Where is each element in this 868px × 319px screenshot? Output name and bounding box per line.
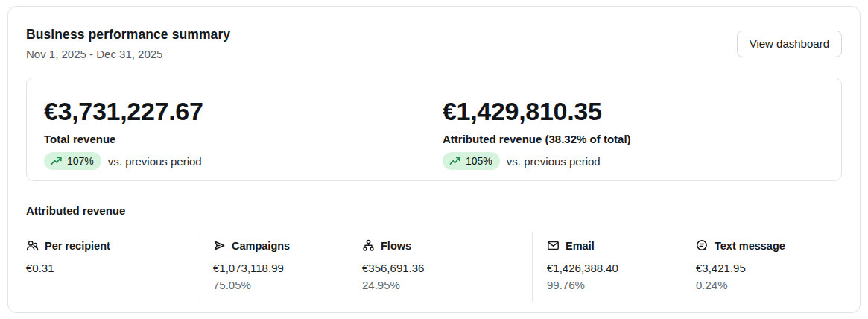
column-percent: 24.95%: [362, 279, 532, 291]
flows-column: Flows €356,691.36 24.95%: [362, 232, 532, 302]
column-label: Campaigns: [232, 240, 290, 252]
per-recipient-column: Per recipient €0.31: [26, 232, 197, 302]
total-revenue-label: Total revenue: [44, 133, 443, 145]
trend-up-icon: [449, 156, 461, 166]
chat-bubble-icon: [696, 239, 709, 252]
business-performance-card: Business performance summary Nov 1, 2025…: [7, 6, 861, 313]
column-value: €3,421.95: [696, 262, 842, 274]
trend-badge: 105%: [443, 152, 500, 170]
attributed-revenue-table: Per recipient €0.31 Campaigns €1,073,118…: [26, 232, 842, 302]
attributed-revenue-heading: Attributed revenue: [26, 204, 842, 217]
email-column: Email €1,426,388.40 99.76%: [532, 232, 696, 302]
campaigns-column: Campaigns €1,073,118.99 75.05%: [197, 232, 362, 302]
column-value: €1,073,118.99: [213, 262, 362, 274]
trend-percent: 107%: [67, 155, 94, 167]
column-label: Email: [566, 240, 595, 252]
attributed-revenue-metric: €1,429,810.35 Attributed revenue (38.32%…: [443, 97, 841, 180]
card-header: Business performance summary Nov 1, 2025…: [26, 27, 842, 60]
total-revenue-comparison: 107% vs. previous period: [44, 152, 443, 170]
view-dashboard-button[interactable]: View dashboard: [737, 31, 842, 57]
column-value: €356,691.36: [362, 262, 532, 274]
date-range: Nov 1, 2025 - Dec 31, 2025: [26, 48, 230, 60]
attributed-revenue-comparison: 105% vs. previous period: [443, 152, 841, 170]
comparison-text: vs. previous period: [108, 155, 202, 168]
envelope-icon: [547, 239, 560, 252]
attributed-revenue-value: €1,429,810.35: [443, 97, 841, 126]
header-text-block: Business performance summary Nov 1, 2025…: [26, 27, 230, 60]
text-message-column: Text message €3,421.95 0.24%: [696, 232, 842, 302]
total-revenue-value: €3,731,227.67: [44, 97, 443, 126]
revenue-summary-card: €3,731,227.67 Total revenue 107% vs. pre…: [26, 78, 842, 181]
users-icon: [26, 239, 39, 252]
attributed-revenue-label: Attributed revenue (38.32% of total): [443, 133, 841, 145]
column-label: Flows: [381, 240, 411, 252]
column-value: €0.31: [26, 262, 197, 274]
comparison-text: vs. previous period: [507, 155, 601, 168]
total-revenue-metric: €3,731,227.67 Total revenue 107% vs. pre…: [44, 97, 443, 180]
hierarchy-icon: [362, 239, 375, 252]
trend-up-icon: [51, 156, 63, 166]
column-percent: 0.24%: [696, 279, 842, 291]
column-percent: 75.05%: [213, 279, 362, 291]
page-title: Business performance summary: [26, 27, 230, 42]
column-percent: 99.76%: [547, 279, 696, 291]
trend-badge: 107%: [44, 152, 101, 170]
trend-percent: 105%: [466, 155, 492, 167]
column-label: Per recipient: [45, 240, 110, 252]
send-icon: [213, 239, 226, 252]
column-label: Text message: [715, 240, 785, 252]
column-value: €1,426,388.40: [547, 262, 696, 274]
